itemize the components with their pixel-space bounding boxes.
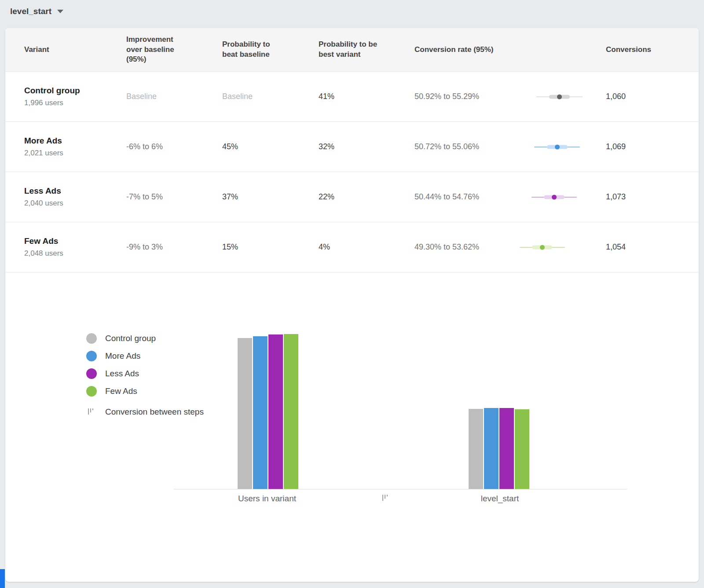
improvement-value: -7% to 5%: [126, 192, 222, 202]
variant-name: Less Ads: [24, 186, 126, 196]
conversion-rate-cell: 50.44% to 54.76%: [414, 192, 606, 202]
column-header-improvement: Improvement over baseline (95%): [126, 35, 184, 65]
prob-best-value: 22%: [319, 192, 414, 202]
ci-dot: [555, 144, 560, 149]
variant-users: 2,040 users: [24, 199, 126, 208]
variant-users: 2,021 users: [24, 149, 126, 158]
legend-color-dot: [86, 386, 97, 397]
legend-item: Few Ads: [86, 386, 204, 397]
chevron-down-icon: [57, 10, 63, 13]
prob-beat-value: 15%: [222, 243, 319, 252]
conversions-value: 1,060: [606, 92, 678, 101]
ci-dot: [552, 195, 557, 199]
variant-name: Few Ads: [24, 236, 126, 246]
conversion-rate-range: 50.72% to 55.06%: [414, 142, 509, 151]
variant-name: More Ads: [24, 136, 126, 146]
category-label: level_start: [438, 494, 561, 503]
legend-label: Few Ads: [105, 386, 137, 396]
bar-few-ads: [284, 334, 298, 489]
conversion-rate-range: 50.92% to 55.29%: [414, 92, 509, 101]
metric-selector-bar: level_start: [0, 0, 63, 23]
legend-label: Control group: [105, 334, 156, 343]
metric-dropdown-label: level_start: [10, 7, 51, 16]
x-axis-line: [174, 489, 627, 489]
bar-control-group: [238, 338, 252, 489]
improvement-value: -6% to 6%: [126, 142, 222, 151]
column-header-variant: Variant: [24, 45, 126, 55]
legend-color-dot: [86, 351, 97, 361]
variant-cell: Less Ads 2,040 users: [24, 186, 126, 208]
conversion-rate-cell: 49.30% to 53.62%: [414, 243, 606, 252]
variant-name: Control group: [24, 86, 126, 96]
variant-cell: More Ads 2,021 users: [24, 136, 126, 158]
conversions-value: 1,069: [606, 142, 678, 151]
table-row: More Ads 2,021 users -6% to 6% 45% 32% 5…: [5, 122, 699, 172]
column-header-conv-rate: Conversion rate (95%): [414, 45, 606, 55]
legend-item: More Ads: [86, 351, 204, 361]
legend-steps-label: Conversion between steps: [105, 407, 204, 417]
metric-dropdown[interactable]: level_start: [10, 7, 63, 16]
improvement-value: -9% to 3%: [126, 243, 222, 252]
variant-users: 1,996 users: [24, 99, 126, 107]
scrollbar-fragment: [0, 569, 5, 588]
legend-label: More Ads: [105, 351, 140, 361]
funnel-chart: Control group More Ads Less Ads Few Ads …: [5, 272, 699, 582]
bar-group-level-start: [469, 408, 529, 489]
conversion-rate-cell: 50.92% to 55.29%: [414, 92, 606, 101]
conversions-value: 1,054: [606, 243, 678, 252]
confidence-interval-viz: [515, 143, 586, 151]
bar-less-ads: [268, 334, 283, 489]
prob-best-value: 41%: [319, 92, 414, 101]
prob-beat-value: 37%: [222, 192, 319, 202]
bar-more-ads: [253, 336, 268, 489]
legend-steps-item: Conversion between steps: [86, 407, 204, 417]
column-header-conversions: Conversions: [606, 45, 678, 55]
conversion-steps-icon: [86, 408, 97, 415]
conversion-steps-icon: [381, 495, 391, 502]
confidence-interval-viz: [515, 244, 586, 251]
bar-less-ads: [499, 408, 514, 489]
category-label: Users in variant: [205, 494, 329, 503]
column-header-prob-best: Probability to be best variant: [319, 40, 392, 60]
confidence-interval-viz: [515, 93, 586, 100]
variant-cell: Few Ads 2,048 users: [24, 236, 126, 258]
chart-legend: Control group More Ads Less Ads Few Ads …: [86, 333, 204, 417]
variant-users: 2,048 users: [24, 249, 126, 258]
conversion-rate-range: 49.30% to 53.62%: [414, 243, 509, 252]
bar-few-ads: [515, 409, 529, 489]
column-header-prob-beat: Probability to beat baseline: [222, 40, 296, 60]
conversion-rate-cell: 50.72% to 55.06%: [414, 142, 606, 151]
legend-color-dot: [86, 368, 97, 379]
table-row: Control group 1,996 users Baseline Basel…: [5, 72, 699, 122]
variant-cell: Control group 1,996 users: [24, 86, 126, 107]
prob-beat-value: Baseline: [222, 92, 319, 101]
improvement-value: Baseline: [126, 92, 222, 101]
bar-more-ads: [484, 408, 499, 489]
legend-item: Less Ads: [86, 368, 204, 379]
conversions-value: 1,073: [606, 192, 678, 202]
bar-control-group: [469, 409, 483, 489]
legend-label: Less Ads: [105, 369, 139, 379]
prob-beat-value: 45%: [222, 142, 319, 151]
table-row: Few Ads 2,048 users -9% to 3% 15% 4% 49.…: [5, 222, 699, 272]
legend-item: Control group: [86, 333, 204, 344]
conversion-rate-range: 50.44% to 54.76%: [414, 192, 509, 202]
table-header: Variant Improvement over baseline (95%) …: [5, 28, 699, 72]
prob-best-value: 32%: [319, 142, 414, 151]
experiment-results-card: Variant Improvement over baseline (95%) …: [5, 28, 699, 582]
table-row: Less Ads 2,040 users -7% to 5% 37% 22% 5…: [5, 172, 699, 222]
ci-dot: [557, 94, 562, 99]
ci-dot: [540, 245, 545, 250]
bar-group-users-in-variant: [238, 334, 298, 489]
confidence-interval-viz: [515, 194, 586, 201]
prob-best-value: 4%: [319, 243, 414, 252]
legend-color-dot: [86, 333, 97, 344]
